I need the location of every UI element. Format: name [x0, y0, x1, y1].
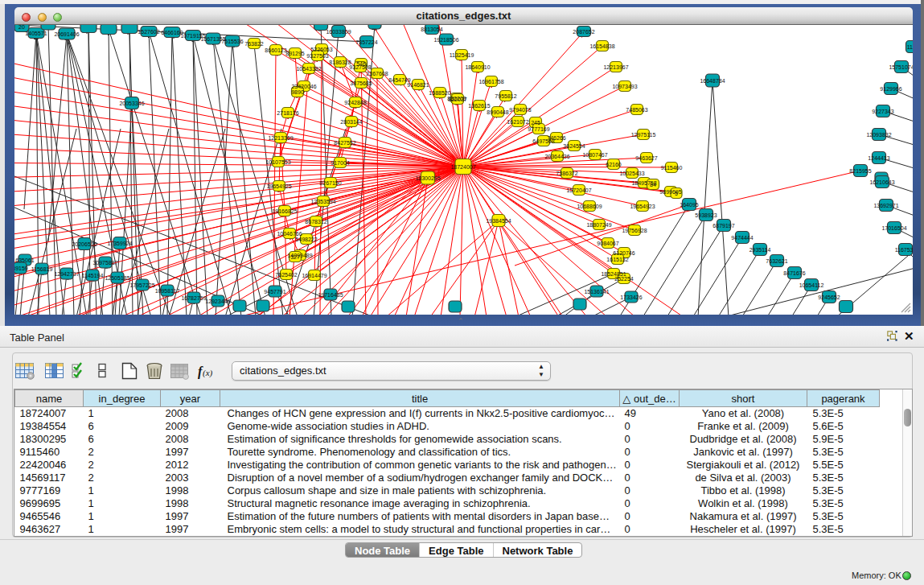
- svg-text:5938923: 5938923: [695, 212, 717, 218]
- svg-text:8813054: 8813054: [421, 27, 442, 32]
- svg-text:891295: 891295: [285, 51, 304, 56]
- svg-text:30975887: 30975887: [92, 260, 117, 266]
- svg-text:2367608: 2367608: [366, 71, 388, 76]
- svg-text:10958117: 10958117: [155, 288, 180, 294]
- svg-text:10807467: 10807467: [582, 152, 607, 158]
- svg-text:16914479: 16914479: [302, 273, 326, 278]
- svg-text:9327503: 9327503: [306, 53, 328, 59]
- svg-text:19716485: 19716485: [318, 292, 343, 298]
- svg-text:8678312: 8678312: [305, 219, 326, 225]
- svg-text:6879197: 6879197: [713, 223, 734, 229]
- svg-text:3875685: 3875685: [350, 80, 372, 86]
- svg-text:1615132: 1615132: [606, 257, 628, 262]
- svg-text:17359924: 17359924: [107, 241, 132, 246]
- svg-text:763822: 763822: [244, 41, 263, 47]
- svg-text:327: 327: [290, 254, 300, 260]
- svg-text:6120746: 6120746: [613, 250, 634, 256]
- svg-text:5: 5: [675, 191, 678, 196]
- svg-text:1733426: 1733426: [620, 295, 642, 300]
- svg-text:9794078: 9794078: [509, 107, 531, 113]
- svg-text:9463627: 9463627: [635, 155, 657, 161]
- svg-text:1156819: 1156819: [31, 266, 53, 272]
- svg-text:9457791: 9457791: [264, 289, 285, 295]
- svg-text:2087652: 2087652: [573, 29, 594, 35]
- svg-text:18724007: 18724007: [450, 164, 475, 170]
- svg-text:10046766: 10046766: [277, 231, 302, 237]
- svg-text:19756928: 19756928: [622, 228, 647, 233]
- svg-text:3624554: 3624554: [563, 143, 585, 149]
- svg-text:1588520: 1588520: [429, 90, 450, 96]
- svg-text:20691406: 20691406: [54, 31, 79, 37]
- svg-text:84: 84: [650, 182, 656, 187]
- svg-text:9084067: 9084067: [597, 241, 618, 246]
- svg-text:12942737: 12942737: [54, 271, 79, 277]
- svg-text:12923446: 12923446: [205, 299, 230, 304]
- svg-text:8471676: 8471676: [783, 270, 805, 276]
- svg-text:19384554: 19384554: [486, 218, 511, 224]
- svg-text:20206516: 20206516: [72, 241, 97, 247]
- svg-text:12353594: 12353594: [310, 199, 335, 204]
- svg-text:1117: 1117: [907, 44, 913, 50]
- svg-text:8660123: 8660123: [265, 47, 286, 53]
- svg-text:(x): (x): [203, 368, 213, 378]
- svg-text:8186328: 8186328: [329, 60, 351, 65]
- svg-text:7485063: 7485063: [626, 107, 647, 113]
- svg-text:19654923: 19654923: [630, 204, 655, 209]
- svg-text:10025433: 10025433: [619, 171, 644, 176]
- svg-text:62160: 62160: [606, 162, 622, 167]
- svg-text:10973493: 10973493: [612, 84, 637, 89]
- svg-text:16210643: 16210643: [869, 179, 894, 185]
- svg-text:9245652: 9245652: [818, 295, 840, 300]
- svg-text:2718176: 2718176: [277, 110, 298, 116]
- svg-text:2935114: 2935114: [749, 247, 771, 253]
- svg-text:18640910: 18640910: [465, 64, 490, 70]
- svg-text:8267150: 8267150: [319, 180, 341, 186]
- svg-text:11325419: 11325419: [450, 52, 474, 58]
- svg-text:20: 20: [18, 25, 25, 30]
- svg-text:39159: 39159: [14, 266, 28, 271]
- svg-text:16961758: 16961758: [478, 79, 503, 84]
- svg-text:5226053: 5226053: [310, 47, 332, 52]
- svg-text:10654112: 10654112: [799, 282, 824, 288]
- svg-text:19654925: 19654925: [266, 183, 291, 189]
- svg-text:6497568: 6497568: [532, 138, 554, 144]
- svg-text:5498222: 5498222: [295, 237, 317, 242]
- svg-text:9115460: 9115460: [661, 165, 683, 171]
- svg-text:12505185: 12505185: [105, 275, 129, 281]
- svg-text:23420046: 23420046: [291, 84, 316, 89]
- svg-text:12093832: 12093832: [866, 132, 891, 138]
- svg-text:12975115: 12975115: [631, 132, 656, 138]
- svg-text:7632621: 7632621: [766, 258, 787, 264]
- svg-text:1621072: 1621072: [507, 119, 528, 125]
- svg-text:17016504: 17016504: [881, 225, 906, 231]
- svg-text:9327508: 9327508: [349, 64, 371, 70]
- svg-text:19218506: 19218506: [433, 37, 458, 43]
- svg-text:1244413: 1244413: [868, 155, 889, 161]
- svg-text:252254: 252254: [614, 276, 633, 282]
- svg-text:1527602: 1527602: [138, 29, 159, 35]
- svg-text:7386372: 7386372: [556, 171, 577, 176]
- svg-text:16648784: 16648784: [700, 78, 725, 84]
- svg-text:1405571: 1405571: [25, 31, 47, 36]
- svg-text:20364436: 20364436: [544, 154, 569, 159]
- svg-text:9242848: 9242848: [344, 100, 366, 105]
- svg-text:15136141: 15136141: [584, 289, 609, 295]
- svg-text:18807249: 18807249: [586, 222, 611, 228]
- svg-text:17957225: 17957225: [129, 282, 154, 288]
- svg-text:20053346: 20053346: [119, 101, 144, 106]
- svg-text:7515536: 7515536: [221, 39, 243, 44]
- svg-text:19166825: 19166825: [272, 208, 297, 214]
- svg-text:10543382: 10543382: [296, 66, 321, 72]
- svg-text:635061: 635061: [15, 257, 34, 263]
- svg-text:1167533: 1167533: [895, 247, 913, 253]
- svg-text:822037: 822037: [448, 97, 466, 102]
- svg-text:8990448: 8990448: [487, 109, 508, 115]
- svg-text:9146821: 9146821: [407, 82, 429, 88]
- svg-text:16782759: 16782759: [181, 295, 206, 301]
- svg-text:9899695: 9899695: [659, 189, 681, 195]
- svg-text:1145194: 1145194: [82, 273, 104, 278]
- svg-text:12213369: 12213369: [268, 135, 293, 141]
- svg-text:245: 245: [531, 120, 540, 126]
- svg-text:9777169: 9777169: [528, 126, 549, 132]
- svg-text:1362615: 1362615: [468, 103, 490, 109]
